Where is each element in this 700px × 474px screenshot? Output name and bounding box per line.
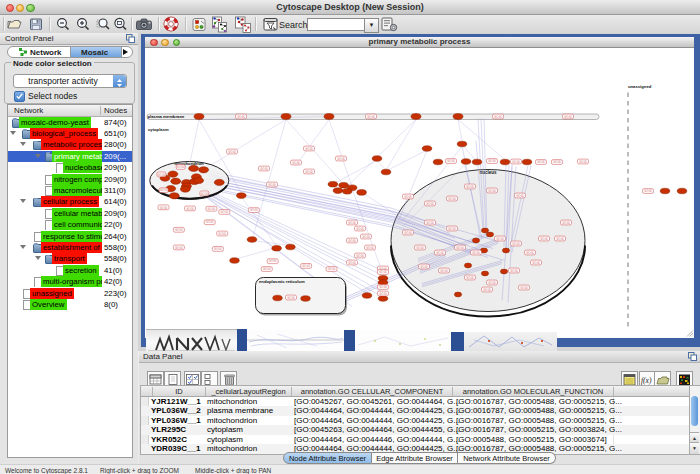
svg-text:GO:00: GO:00 — [448, 226, 456, 230]
svg-text:GO:00: GO:00 — [440, 268, 448, 272]
svg-text:GO:00: GO:00 — [466, 275, 474, 279]
svg-text:GO:00: GO:00 — [426, 220, 434, 224]
svg-text:GO:00: GO:00 — [206, 220, 214, 224]
svg-text:cytoplasm: cytoplasm — [148, 126, 169, 131]
svg-text:GO:00: GO:00 — [379, 285, 387, 289]
svg-text:nucleus: nucleus — [479, 170, 497, 175]
svg-text:GO:00: GO:00 — [540, 236, 548, 240]
svg-text:GO:00: GO:00 — [228, 149, 236, 153]
svg-text:GO:00: GO:00 — [404, 230, 412, 234]
svg-text:GO:00: GO:00 — [356, 226, 364, 230]
svg-text:GO:00: GO:00 — [269, 259, 277, 263]
svg-text:GO:00: GO:00 — [175, 245, 183, 249]
svg-text:GO:00: GO:00 — [305, 146, 313, 150]
svg-text:GO:00: GO:00 — [260, 166, 268, 170]
svg-text:GO:00: GO:00 — [177, 165, 185, 169]
svg-text:GO:00: GO:00 — [362, 234, 370, 238]
svg-text:GO:00: GO:00 — [250, 208, 258, 212]
svg-text:GO:00: GO:00 — [520, 285, 528, 289]
svg-text:GO:00: GO:00 — [175, 228, 183, 232]
svg-text:GO:00: GO:00 — [488, 159, 496, 163]
svg-text:GO:00: GO:00 — [466, 184, 474, 188]
svg-text:GO:00: GO:00 — [494, 114, 502, 118]
svg-text:GO:00: GO:00 — [483, 287, 491, 291]
svg-text:GO:00: GO:00 — [348, 238, 356, 242]
svg-text:f(x): f(x) — [641, 376, 652, 385]
svg-text:GO:00: GO:00 — [448, 196, 456, 200]
svg-text:GO:00: GO:00 — [263, 267, 271, 271]
svg-text:GO:00: GO:00 — [556, 236, 564, 240]
svg-text:GO:00: GO:00 — [512, 159, 520, 163]
svg-text:GO:00: GO:00 — [337, 156, 345, 160]
svg-text:GO:00: GO:00 — [426, 201, 434, 205]
svg-text:GO:00: GO:00 — [348, 260, 356, 264]
svg-text:GO:00: GO:00 — [488, 280, 496, 284]
svg-text:GO:00: GO:00 — [436, 250, 444, 254]
svg-text:GO:00: GO:00 — [214, 247, 222, 251]
svg-text:GO:00: GO:00 — [348, 220, 356, 224]
svg-text:GO:00: GO:00 — [526, 250, 534, 254]
svg-text:GO:00: GO:00 — [512, 241, 520, 245]
svg-text:GO:00: GO:00 — [208, 206, 216, 210]
svg-text:endoplasmic reticulum: endoplasmic reticulum — [259, 279, 305, 284]
svg-text:GO:00: GO:00 — [302, 264, 310, 268]
svg-text:GO:00: GO:00 — [200, 191, 208, 195]
svg-text:GO:00: GO:00 — [644, 189, 652, 193]
svg-text:GO:00: GO:00 — [287, 295, 295, 299]
svg-text:GO:00: GO:00 — [160, 188, 168, 192]
svg-text:GO:00: GO:00 — [292, 160, 300, 164]
svg-text:GO:00: GO:00 — [328, 267, 336, 271]
svg-text:GO:00: GO:00 — [237, 114, 245, 118]
svg-text:GO:00: GO:00 — [367, 114, 375, 118]
svg-text:GO:00: GO:00 — [510, 268, 518, 272]
svg-text:GO:00: GO:00 — [488, 188, 496, 192]
svg-text:GO:00: GO:00 — [562, 220, 570, 224]
svg-text:GO:00: GO:00 — [305, 169, 313, 173]
svg-text:GO:00: GO:00 — [537, 160, 545, 164]
svg-text:GO:00: GO:00 — [366, 245, 374, 249]
svg-text:GO:00: GO:00 — [564, 114, 572, 118]
svg-text:GO:00: GO:00 — [404, 194, 412, 198]
svg-text:GO:00: GO:00 — [516, 193, 524, 197]
svg-text:GO:00: GO:00 — [379, 270, 387, 274]
svg-text:GO:00: GO:00 — [447, 159, 455, 163]
svg-text:GO:00: GO:00 — [379, 291, 387, 295]
svg-text:GO:00: GO:00 — [420, 264, 428, 268]
svg-text:GO:00: GO:00 — [472, 250, 480, 254]
svg-text:plasma membrane: plasma membrane — [148, 114, 185, 119]
svg-text:GO:00: GO:00 — [553, 160, 561, 164]
svg-text:GO:00: GO:00 — [268, 182, 276, 186]
svg-text:unassigned: unassigned — [628, 84, 652, 89]
svg-text:GO:00: GO:00 — [416, 245, 424, 249]
svg-text:GO:00: GO:00 — [220, 210, 228, 214]
svg-text:GO:00: GO:00 — [496, 236, 504, 240]
svg-text:GO:00: GO:00 — [532, 260, 540, 264]
svg-text:GO:00: GO:00 — [218, 231, 226, 235]
svg-text:GO:00: GO:00 — [186, 206, 194, 210]
svg-text:GO:00: GO:00 — [160, 205, 168, 209]
svg-text:GO:00: GO:00 — [579, 159, 587, 163]
svg-text:GO:00: GO:00 — [158, 172, 166, 176]
svg-text:GO:00: GO:00 — [356, 253, 364, 257]
svg-text:GO:00: GO:00 — [456, 245, 464, 249]
